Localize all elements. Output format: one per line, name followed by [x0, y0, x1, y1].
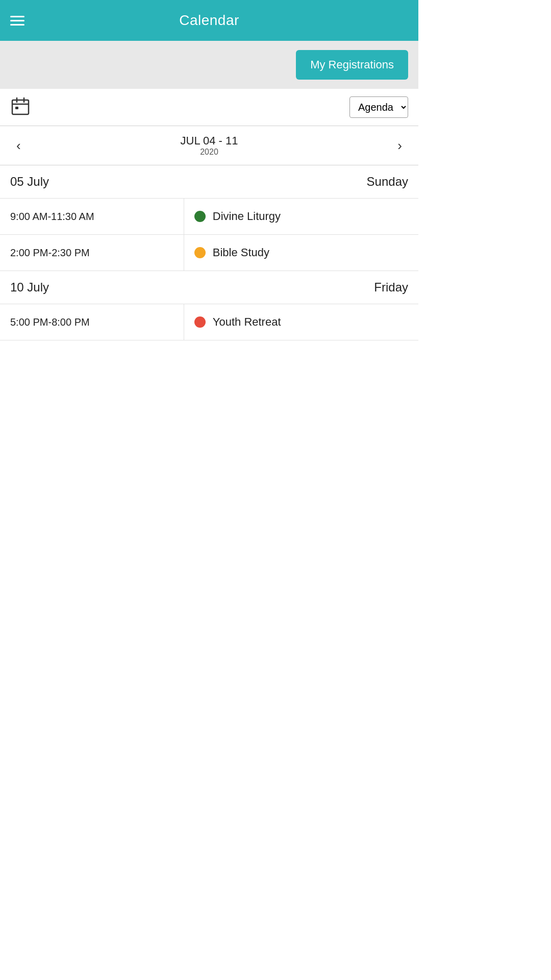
- event-time-youth-retreat: 5:00 PM-8:00 PM: [0, 304, 184, 340]
- event-dot-bible-study: [194, 247, 206, 258]
- svg-rect-4: [15, 107, 18, 109]
- hamburger-line-2: [10, 20, 24, 21]
- week-navigation: ‹ JUL 04 - 11 2020 ›: [0, 126, 418, 165]
- svg-rect-0: [12, 100, 29, 114]
- calendar-icon[interactable]: [10, 96, 31, 118]
- week-dates: JUL 04 - 11: [181, 134, 238, 148]
- day-name-sunday: Sunday: [367, 175, 408, 189]
- event-time-divine-liturgy: 9:00 AM-11:30 AM: [0, 199, 184, 234]
- event-time-bible-study: 2:00 PM-2:30 PM: [0, 235, 184, 271]
- my-registrations-button[interactable]: My Registrations: [296, 50, 408, 80]
- controls-bar: Agenda Week Month: [0, 89, 418, 126]
- day-name-friday: Friday: [374, 280, 408, 295]
- event-row-youth-retreat[interactable]: 5:00 PM-8:00 PM Youth Retreat: [0, 304, 418, 340]
- event-name-youth-retreat: Youth Retreat: [213, 315, 281, 329]
- hamburger-line-1: [10, 16, 24, 17]
- day-date-10-july: 10 July: [10, 280, 49, 295]
- hamburger-line-3: [10, 24, 24, 26]
- day-header-10-july: 10 July Friday: [0, 271, 418, 304]
- prev-week-button[interactable]: ‹: [10, 136, 27, 156]
- day-date-05-july: 05 July: [10, 175, 49, 189]
- registrations-bar: My Registrations: [0, 41, 418, 89]
- event-name-divine-liturgy: Divine Liturgy: [213, 210, 281, 223]
- event-details-divine-liturgy: Divine Liturgy: [184, 199, 418, 234]
- page-title: Calendar: [179, 12, 239, 29]
- event-details-youth-retreat: Youth Retreat: [184, 304, 418, 340]
- event-row-bible-study[interactable]: 2:00 PM-2:30 PM Bible Study: [0, 235, 418, 271]
- view-select[interactable]: Agenda Week Month: [349, 96, 408, 118]
- event-name-bible-study: Bible Study: [213, 246, 269, 259]
- event-details-bible-study: Bible Study: [184, 235, 418, 271]
- agenda-content: 05 July Sunday 9:00 AM-11:30 AM Divine L…: [0, 165, 418, 340]
- week-label: JUL 04 - 11 2020: [181, 134, 238, 157]
- menu-button[interactable]: [10, 16, 24, 26]
- week-year: 2020: [181, 148, 238, 157]
- event-dot-divine-liturgy: [194, 211, 206, 222]
- app-header: Calendar: [0, 0, 418, 41]
- event-dot-youth-retreat: [194, 316, 206, 328]
- next-week-button[interactable]: ›: [391, 136, 408, 156]
- day-header-05-july: 05 July Sunday: [0, 165, 418, 199]
- event-row-divine-liturgy[interactable]: 9:00 AM-11:30 AM Divine Liturgy: [0, 199, 418, 235]
